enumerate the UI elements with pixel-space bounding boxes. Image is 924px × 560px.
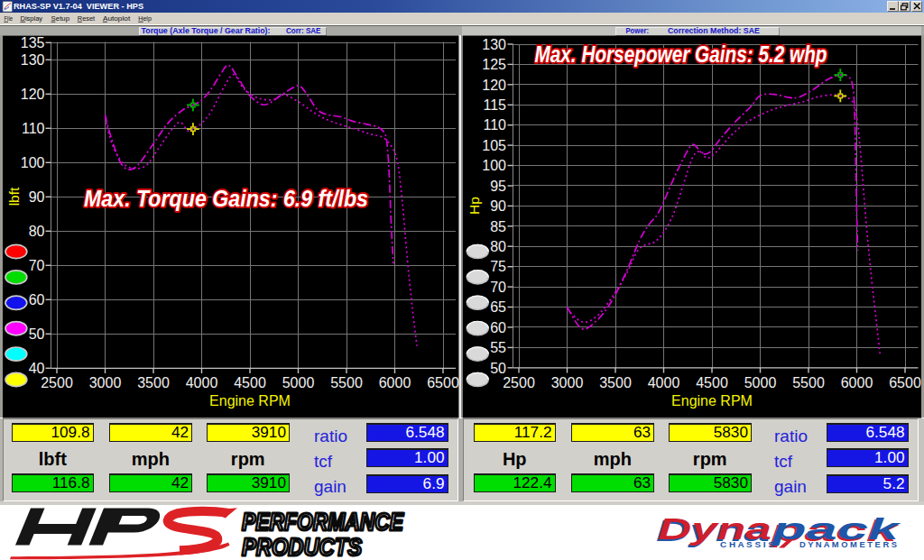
- svg-text:PERFORMANCE: PERFORMANCE: [242, 509, 404, 536]
- svg-text:D Y N A M O M E T E R S: D Y N A M O M E T E R S: [799, 540, 897, 549]
- svg-text:C H A S S I S: C H A S S I S: [720, 540, 774, 549]
- svg-text:PRODUCTS: PRODUCTS: [242, 534, 362, 560]
